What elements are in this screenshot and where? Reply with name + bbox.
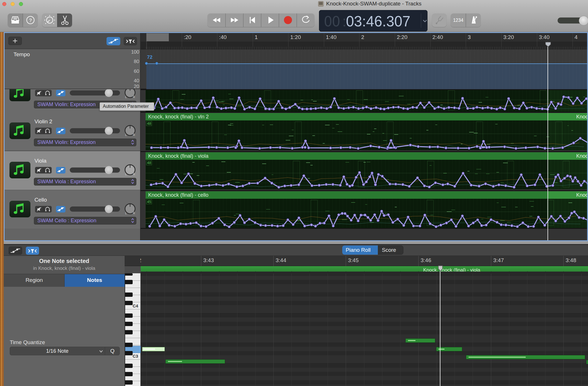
- svg-text:1234: 1234: [453, 18, 463, 23]
- svg-text:?: ?: [29, 18, 32, 23]
